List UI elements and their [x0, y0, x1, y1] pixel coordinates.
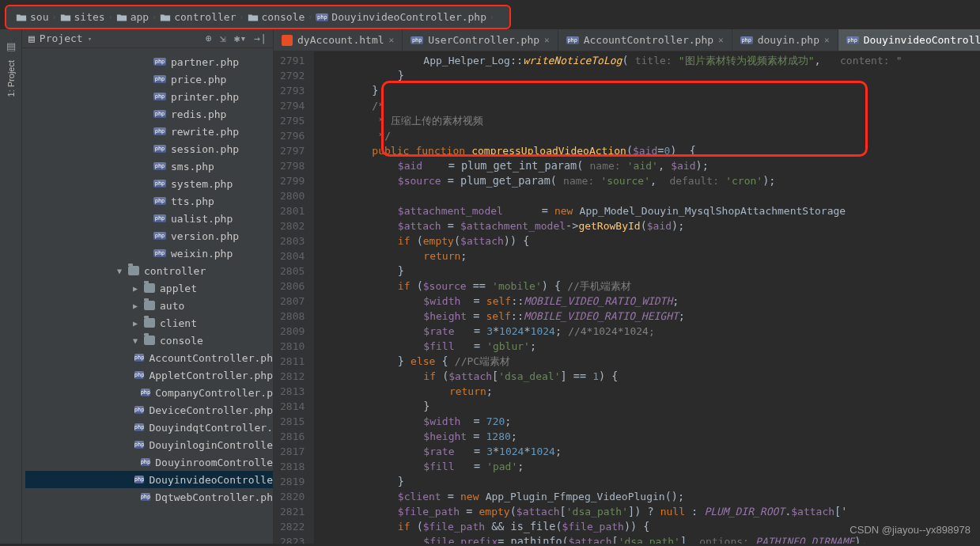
tab-label: douyin.php: [758, 34, 819, 46]
tree-label: controller: [144, 265, 206, 277]
chevron-right-icon: ›: [490, 13, 494, 21]
structure-icon[interactable]: ▤: [6, 40, 16, 52]
gear-icon[interactable]: ✱▾: [234, 32, 247, 44]
tree-label: console: [160, 335, 203, 347]
tree-row[interactable]: phppartner.php: [25, 53, 273, 70]
tab-label: UserController.php: [428, 34, 539, 46]
tree-label: DeviceController.php: [149, 404, 273, 416]
tree-label: partner.php: [171, 56, 239, 68]
chevron-right-icon: ›: [51, 13, 56, 21]
tree-label: price.php: [171, 74, 226, 85]
project-tree[interactable]: phppartner.phpphpprice.phpphpprinter.php…: [22, 48, 273, 510]
php-icon: php: [316, 13, 328, 21]
chevron-right-icon[interactable]: ▶: [131, 284, 139, 293]
tree-row[interactable]: phprewrite.php: [25, 123, 273, 140]
tab-label: AccountController.php: [584, 34, 713, 46]
folder-icon: [144, 301, 155, 310]
editor-tab[interactable]: phpDouyinvideoController.ph✕: [838, 29, 980, 51]
php-icon: php: [134, 354, 145, 362]
code-editor[interactable]: App_Helper_Log::writeNoticeToLog( title:…: [314, 51, 980, 544]
crumb-sites[interactable]: sites: [60, 11, 105, 23]
tree-row[interactable]: ▶client: [25, 314, 273, 332]
tree-row[interactable]: phpsms.php: [25, 157, 273, 175]
tree-row[interactable]: phpsystem.php: [25, 175, 273, 192]
tree-row[interactable]: phpDeviceController.php: [25, 401, 273, 419]
editor-tab[interactable]: phpAccountController.php✕: [558, 29, 732, 51]
tab-label: DouyinvideoController.ph: [864, 34, 980, 46]
project-toolwindow-label[interactable]: 1: Project: [6, 60, 16, 97]
tree-row[interactable]: phpredis.php: [25, 105, 273, 123]
tree-label: printer.php: [171, 91, 239, 103]
crumb-app[interactable]: app: [116, 11, 149, 23]
php-icon: php: [134, 441, 145, 449]
tree-row[interactable]: phpAppletController.php: [25, 366, 273, 384]
tree-row[interactable]: phpualist.php: [25, 210, 273, 227]
collapse-icon[interactable]: →|: [254, 32, 267, 44]
php-icon: php: [566, 36, 579, 44]
project-label: Project: [40, 32, 83, 44]
project-icon: ▤: [28, 32, 35, 44]
editor-tab[interactable]: phpdouyin.php✕: [732, 29, 838, 51]
watermark: CSDN @jiayou--yx898978: [849, 524, 971, 536]
tree-row[interactable]: phpDouyinloginControlle: [25, 436, 273, 453]
tree-label: tts.php: [171, 195, 214, 207]
editor-tabs[interactable]: dyAccount.html✕phpUserController.php✕php…: [274, 29, 980, 51]
tree-row[interactable]: ▼controller: [25, 262, 273, 279]
crumb-console[interactable]: console: [248, 11, 305, 23]
tree-row[interactable]: phptts.php: [25, 192, 273, 210]
chevron-right-icon: ›: [239, 13, 244, 21]
tree-label: rewrite.php: [171, 126, 239, 138]
crumb-file[interactable]: phpDouyinvideoController.php: [316, 11, 486, 23]
chevron-down-icon[interactable]: ▼: [115, 267, 123, 275]
tree-label: DqtwebController.ph: [155, 491, 273, 503]
php-icon: php: [153, 58, 166, 66]
php-icon: php: [153, 145, 166, 153]
php-icon: php: [153, 93, 166, 100]
tree-row[interactable]: phpversion.php: [25, 227, 273, 245]
tree-label: ualist.php: [171, 213, 233, 225]
tree-row[interactable]: phpprinter.php: [25, 88, 273, 105]
close-icon[interactable]: ✕: [544, 35, 550, 45]
tree-row[interactable]: phpDouyinroomControlle: [25, 453, 273, 471]
tree-row[interactable]: phpweixin.php: [25, 245, 273, 262]
tree-label: auto: [160, 300, 184, 312]
php-icon: php: [740, 36, 753, 44]
close-icon[interactable]: ✕: [389, 35, 395, 45]
target-icon[interactable]: ⊕: [206, 32, 212, 44]
tree-row[interactable]: phpprice.php: [25, 70, 273, 88]
chevron-down-icon[interactable]: ▼: [131, 336, 139, 345]
close-icon[interactable]: ✕: [718, 35, 724, 45]
tree-row[interactable]: phpDouyindqtController.: [25, 419, 273, 436]
close-icon[interactable]: ✕: [824, 35, 830, 45]
tab-label: dyAccount.html: [297, 34, 384, 46]
tree-row[interactable]: ▼console: [25, 332, 273, 349]
editor-tab[interactable]: phpUserController.php✕: [403, 29, 558, 51]
tree-label: AppletController.php: [149, 370, 273, 381]
dropdown-chevron-icon[interactable]: ▾: [88, 35, 92, 43]
tree-row[interactable]: phpDqtwebController.ph: [25, 488, 273, 506]
chevron-right-icon[interactable]: ▶: [131, 301, 139, 310]
tree-row[interactable]: phpCompanyController.p: [25, 384, 273, 401]
php-icon: php: [153, 162, 166, 170]
gutter: 2791279227932794279527962797279827992800…: [274, 51, 314, 544]
project-header[interactable]: ▤ Project ▾: [28, 32, 92, 44]
expand-icon[interactable]: ⇲: [220, 32, 226, 44]
php-icon: php: [134, 423, 145, 431]
tree-row[interactable]: ▶auto: [25, 297, 273, 314]
crumb-controller[interactable]: controller: [160, 11, 236, 23]
php-icon: php: [846, 36, 859, 44]
tree-label: version.php: [171, 230, 239, 242]
tree-label: weixin.php: [171, 248, 233, 260]
tool-window-strip: ▤ 1: Project: [0, 29, 22, 544]
crumb-sou[interactable]: sou: [16, 11, 48, 23]
tree-label: DouyinvideoControlle: [149, 474, 273, 486]
php-icon: php: [153, 75, 166, 83]
php-icon: php: [153, 232, 166, 240]
chevron-right-icon[interactable]: ▶: [131, 319, 139, 328]
editor-tab[interactable]: dyAccount.html✕: [274, 29, 403, 51]
tree-row[interactable]: phpsession.php: [25, 140, 273, 157]
tree-row[interactable]: phpAccountController.ph: [25, 349, 273, 366]
tree-row[interactable]: ▶applet: [25, 279, 273, 297]
tree-label: system.php: [171, 178, 233, 190]
tree-row[interactable]: phpDouyinvideoControlle: [25, 471, 273, 488]
